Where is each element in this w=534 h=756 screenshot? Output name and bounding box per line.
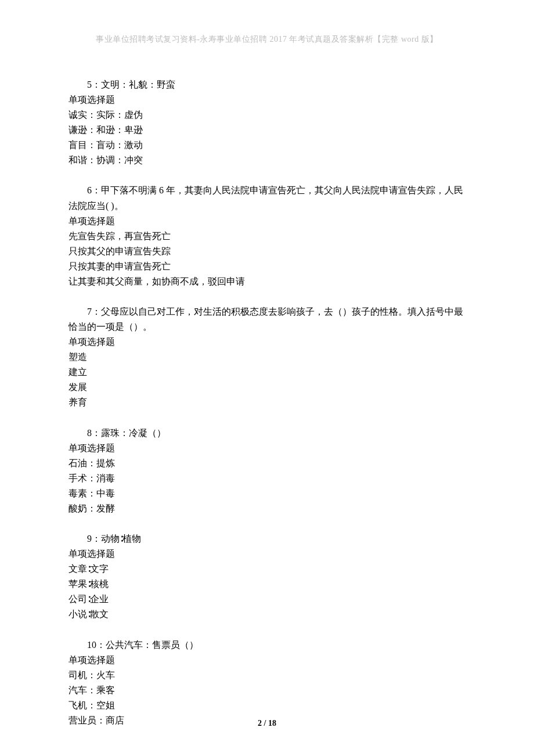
question-block: 9：动物∶植物 单项选择题 文章∶文字 苹果∶核桃 公司∶企业 小说∶散文: [68, 531, 466, 622]
option: 文章∶文字: [68, 561, 466, 577]
content-body: 5：文明：礼貌：野蛮 单项选择题 诚实：实际：虚伪 谦逊：和逊：卑逊 盲目：盲动…: [68, 77, 466, 728]
page-header: 事业单位招聘考试复习资料-永寿事业单位招聘 2017 年考试真题及答案解析【完整…: [68, 34, 466, 45]
question-type: 单项选择题: [68, 546, 466, 561]
option: 和谐：协调：冲突: [68, 153, 466, 168]
option: 养育: [68, 395, 466, 410]
option: 公司∶企业: [68, 592, 466, 607]
option: 只按其妻的申请宣告死亡: [68, 259, 466, 274]
option: 苹果∶核桃: [68, 577, 466, 592]
option: 飞机：空姐: [68, 698, 466, 713]
question-type: 单项选择题: [68, 653, 466, 668]
option: 建立: [68, 365, 466, 380]
question-stem: 6：甲下落不明满 6 年，其妻向人民法院申请宣告死亡，其父向人民法院申请宣告失踪…: [68, 183, 466, 213]
option: 石油：提炼: [68, 456, 466, 471]
option: 盲目：盲动：激动: [68, 138, 466, 153]
option: 司机：火车: [68, 668, 466, 683]
question-stem: 8：露珠：冷凝（）: [68, 426, 466, 441]
question-block: 5：文明：礼貌：野蛮 单项选择题 诚实：实际：虚伪 谦逊：和逊：卑逊 盲目：盲动…: [68, 77, 466, 168]
question-stem: 10：公共汽车：售票员（）: [68, 638, 466, 653]
option: 手术：消毒: [68, 471, 466, 486]
question-block: 10：公共汽车：售票员（） 单项选择题 司机：火车 汽车：乘客 飞机：空姐 营业…: [68, 638, 466, 728]
option: 毒素：中毒: [68, 486, 466, 501]
question-block: 7：父母应以自己对工作，对生活的积极态度去影响孩子，去（）孩子的性格。填入括号中…: [68, 304, 466, 411]
option: 汽车：乘客: [68, 683, 466, 698]
question-stem: 5：文明：礼貌：野蛮: [68, 77, 466, 92]
question-type: 单项选择题: [68, 334, 466, 350]
option: 只按其父的申请宣告失踪: [68, 244, 466, 259]
option: 谦逊：和逊：卑逊: [68, 123, 466, 138]
option: 发展: [68, 380, 466, 395]
option: 让其妻和其父商量，如协商不成，驳回申请: [68, 274, 466, 289]
option: 诚实：实际：虚伪: [68, 107, 466, 123]
question-stem: 7：父母应以自己对工作，对生活的积极态度去影响孩子，去（）孩子的性格。填入括号中…: [68, 304, 466, 334]
option: 酸奶：发酵: [68, 501, 466, 516]
option: 先宣告失踪，再宣告死亡: [68, 229, 466, 244]
question-type: 单项选择题: [68, 92, 466, 107]
option: 塑造: [68, 350, 466, 365]
question-block: 8：露珠：冷凝（） 单项选择题 石油：提炼 手术：消毒 毒素：中毒 酸奶：发酵: [68, 426, 466, 516]
question-stem: 9：动物∶植物: [68, 531, 466, 546]
question-type: 单项选择题: [68, 214, 466, 229]
page-footer: 2 / 18: [0, 719, 534, 728]
question-block: 6：甲下落不明满 6 年，其妻向人民法院申请宣告死亡，其父向人民法院申请宣告失踪…: [68, 183, 466, 289]
question-type: 单项选择题: [68, 441, 466, 456]
option: 小说∶散文: [68, 607, 466, 622]
